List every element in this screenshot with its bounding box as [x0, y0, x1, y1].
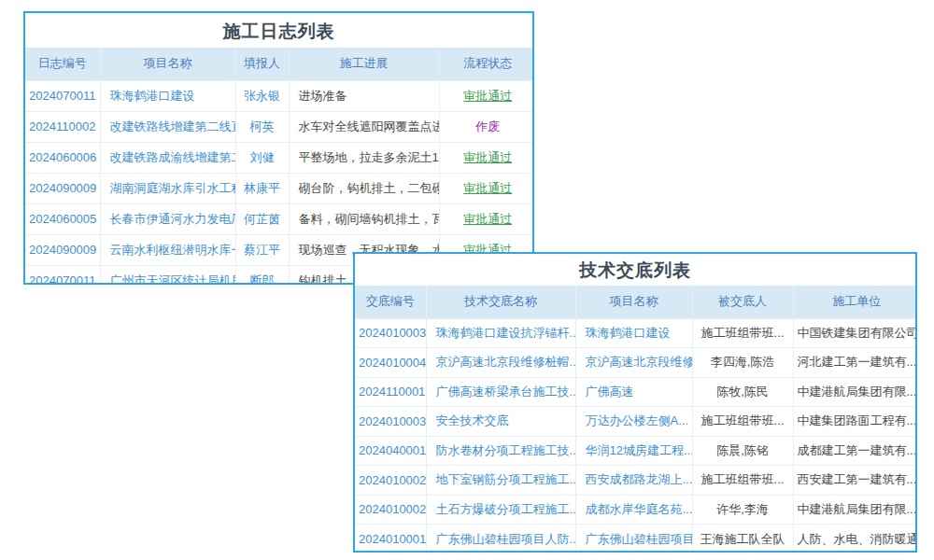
table-row: 2024010002土石方爆破分项工程施工...成都水岸华庭名苑...许华,李海… — [355, 495, 917, 525]
log-id-link[interactable]: 2024070011 — [25, 80, 100, 111]
disclosure-id-link[interactable]: 2024010001 — [355, 525, 426, 553]
column-header-status: 流程状态 — [439, 48, 534, 80]
unit-text: 中建港航局集团有限... — [793, 495, 917, 525]
recipients-text: 施工班组带班... — [692, 466, 793, 496]
status-link[interactable]: 审批通过 — [439, 142, 534, 173]
disclosure-name-link[interactable]: 广东佛山碧桂园项目人防... — [426, 525, 575, 553]
reporter-link[interactable]: 刘健 — [235, 142, 289, 173]
construction-log-table: 日志编号 项目名称 填报人 施工进展 流程状态 2024070011珠海鹤港口建… — [25, 48, 534, 285]
disclosure-id-link[interactable]: 2024040001 — [355, 436, 426, 466]
unit-text: 成都建工第一建筑有... — [793, 436, 917, 466]
column-header-project-name: 项目名称 — [575, 286, 692, 318]
column-header-recipients: 被交底人 — [692, 286, 793, 318]
disclosure-name-link[interactable]: 安全技术交底 — [426, 407, 575, 437]
project-name-link[interactable]: 珠海鹤港口建设 — [100, 80, 235, 111]
tech-disclosure-table: 交底编号 技术交底名称 项目名称 被交底人 施工单位 2024010003珠海鹤… — [355, 286, 917, 553]
project-name-link[interactable]: 改建铁路成渝线增建第二... — [100, 142, 235, 173]
table-row: 2024010002地下室钢筋分项工程施工...西安成都路龙湖上...施工班组带… — [355, 466, 917, 496]
column-header-unit: 施工单位 — [793, 286, 917, 318]
log-id-link[interactable]: 2024070011 — [25, 265, 100, 285]
unit-text: 中建集团路面工程有... — [793, 407, 917, 437]
reporter-link[interactable]: 蔡江平 — [235, 234, 289, 265]
reporter-link[interactable]: 柯英 — [235, 111, 289, 142]
reporter-link[interactable]: 林康平 — [235, 173, 289, 203]
column-header-reporter: 填报人 — [235, 48, 289, 80]
project-name-link[interactable]: 广州市天河区统计局机房... — [100, 265, 235, 285]
project-name-link[interactable]: 西安成都路龙湖上... — [575, 466, 692, 496]
table-row: 2024040001防水卷材分项工程施工技...华润12城房建工程...陈晨,陈… — [355, 436, 917, 466]
project-name-link[interactable]: 云南水利枢纽潜明水库一... — [100, 234, 235, 265]
disclosure-name-link[interactable]: 京沪高速北京段维修桩帽... — [426, 348, 575, 378]
project-name-link[interactable]: 华润12城房建工程... — [575, 436, 692, 466]
column-header-disclosure-name: 技术交底名称 — [426, 286, 575, 318]
unit-text: 中国铁建集团有限公司 — [793, 318, 917, 348]
unit-text: 西安建工第一建筑有... — [793, 466, 917, 496]
unit-text: 中建港航局集团有限... — [793, 377, 917, 407]
progress-text: 水车对全线遮阳网覆盖点进... — [289, 111, 439, 142]
recipients-text: 许华,李海 — [692, 495, 793, 525]
disclosure-name-link[interactable]: 防水卷材分项工程施工技... — [426, 436, 575, 466]
status-link[interactable]: 审批通过 — [439, 173, 534, 203]
recipients-text: 陈牧,陈民 — [692, 377, 793, 407]
column-header-project-name: 项目名称 — [100, 48, 235, 80]
table-row: 2024090009湖南洞庭湖水库引水工程...林康平砌台阶，钩机排土，二包砌.… — [25, 173, 534, 203]
table-row: 2024010004京沪高速北京段维修桩帽...京沪高速北京段维修李四海,陈浩河… — [355, 348, 917, 378]
status-link[interactable]: 审批通过 — [439, 203, 534, 234]
progress-text: 进场准备 — [289, 80, 439, 111]
reporter-link[interactable]: 张永银 — [235, 80, 289, 111]
unit-text: 人防、水电、消防暖通 — [793, 525, 917, 553]
recipients-text: 李四海,陈浩 — [692, 348, 793, 378]
table-row: 2024070011珠海鹤港口建设张永银进场准备审批通过 — [25, 80, 534, 111]
disclosure-id-link[interactable]: 2024010003 — [355, 318, 426, 348]
disclosure-id-link[interactable]: 2024010002 — [355, 495, 426, 525]
status-link[interactable]: 审批通过 — [439, 80, 534, 111]
reporter-link[interactable]: 断郎 — [235, 265, 289, 285]
disclosure-id-link[interactable]: 2024110001 — [355, 377, 426, 407]
disclosure-id-link[interactable]: 2024010003 — [355, 407, 426, 437]
table-row: 2024060005长春市伊通河水力发电厂...何芷茵备料，砌间墙钩机排土，瓦.… — [25, 203, 534, 234]
project-name-link[interactable]: 成都水岸华庭名苑... — [575, 495, 692, 525]
recipients-text: 陈晨,陈铭 — [692, 436, 793, 466]
log-id-link[interactable]: 2024060005 — [25, 203, 100, 234]
project-name-link[interactable]: 万达办公楼左侧A... — [575, 407, 692, 437]
progress-text: 平整场地，拉走多余泥土15... — [289, 142, 439, 173]
project-name-link[interactable]: 京沪高速北京段维修 — [575, 348, 692, 378]
tech-disclosure-title: 技术交底列表 — [355, 254, 915, 286]
project-name-link[interactable]: 改建铁路线增建第二线直... — [100, 111, 235, 142]
log-id-link[interactable]: 2024060006 — [25, 142, 100, 173]
table-row: 2024110001广佛高速桥梁承台施工技...广佛高速陈牧,陈民中建港航局集团… — [355, 377, 917, 407]
disclosure-id-link[interactable]: 2024010004 — [355, 348, 426, 378]
progress-text: 备料，砌间墙钩机排土，瓦... — [289, 203, 439, 234]
table-row: 2024010003安全技术交底万达办公楼左侧A...施工班组带班...中建集团… — [355, 407, 917, 437]
unit-text: 河北建工第一建筑有... — [793, 348, 917, 378]
recipients-text: 王海施工队全队 — [692, 525, 793, 553]
log-id-link[interactable]: 2024090009 — [25, 173, 100, 203]
project-name-link[interactable]: 湖南洞庭湖水库引水工程... — [100, 173, 235, 203]
log-id-link[interactable]: 2024110002 — [25, 111, 100, 142]
column-header-log-id: 日志编号 — [25, 48, 100, 80]
log-id-link[interactable]: 2024090009 — [25, 234, 100, 265]
project-name-link[interactable]: 广佛高速 — [575, 377, 692, 407]
tech-disclosure-panel: 技术交底列表 交底编号 技术交底名称 项目名称 被交底人 施工单位 202401… — [353, 252, 917, 553]
column-header-progress: 施工进展 — [289, 48, 439, 80]
table-row: 2024010003珠海鹤港口建设抗浮锚杆...珠海鹤港口建设施工班组带班...… — [355, 318, 917, 348]
recipients-text: 施工班组带班... — [692, 318, 793, 348]
project-name-link[interactable]: 广东佛山碧桂园项目 — [575, 525, 692, 553]
disclosure-name-link[interactable]: 广佛高速桥梁承台施工技... — [426, 377, 575, 407]
column-header-disclosure-id: 交底编号 — [355, 286, 426, 318]
disclosure-id-link[interactable]: 2024010002 — [355, 466, 426, 496]
reporter-link[interactable]: 何芷茵 — [235, 203, 289, 234]
project-name-link[interactable]: 珠海鹤港口建设 — [575, 318, 692, 348]
status-link[interactable]: 作废 — [439, 111, 534, 142]
table-row: 2024110002改建铁路线增建第二线直...柯英水车对全线遮阳网覆盖点进..… — [25, 111, 534, 142]
disclosure-name-link[interactable]: 珠海鹤港口建设抗浮锚杆... — [426, 318, 575, 348]
table-row: 2024010001广东佛山碧桂园项目人防...广东佛山碧桂园项目王海施工队全队… — [355, 525, 917, 553]
project-name-link[interactable]: 长春市伊通河水力发电厂... — [100, 203, 235, 234]
progress-text: 砌台阶，钩机排土，二包砌... — [289, 173, 439, 203]
disclosure-name-link[interactable]: 土石方爆破分项工程施工... — [426, 495, 575, 525]
recipients-text: 施工班组带班... — [692, 407, 793, 437]
construction-log-title: 施工日志列表 — [25, 13, 532, 48]
construction-log-panel: 施工日志列表 日志编号 项目名称 填报人 施工进展 流程状态 202407001… — [23, 11, 534, 285]
table-row: 2024060006改建铁路成渝线增建第二...刘健平整场地，拉走多余泥土15.… — [25, 142, 534, 173]
disclosure-name-link[interactable]: 地下室钢筋分项工程施工... — [426, 466, 575, 496]
